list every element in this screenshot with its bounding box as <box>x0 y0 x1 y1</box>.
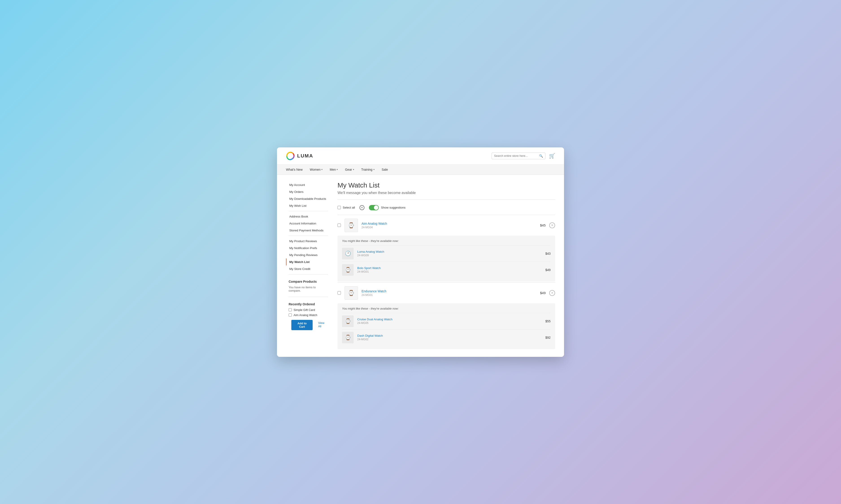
page-title: My Watch List <box>338 181 555 189</box>
suggestions-title-p2: You might like these - they're available… <box>342 307 551 310</box>
sidebar-address-section: Address Book Account Information Stored … <box>286 213 331 234</box>
suggestion-image-luma-analog: 🕐 <box>342 248 354 259</box>
sidebar-item-my-account[interactable]: My Account <box>286 181 331 188</box>
product-info-aim-analog: Aim Analog Watch 24-MG04 <box>361 222 529 229</box>
sidebar-item-my-orders[interactable]: My Orders <box>286 188 331 195</box>
nav-item-women[interactable]: Women ▾ <box>310 165 323 175</box>
suggestion-price-luma-analog: $43 <box>539 252 551 255</box>
cart-icon[interactable]: 🛒 <box>549 153 555 159</box>
main-content: My Account My Orders My Downloadable Pro… <box>277 175 564 357</box>
suggestion-info-dash-digital: Dash Digital Watch 24-MG02 <box>357 334 536 341</box>
recently-ordered-title: Recently Ordered <box>286 299 331 307</box>
suggestions-title-p1: You might like these - they're available… <box>342 239 551 242</box>
sidebar-item-store-credit[interactable]: My Store Credit <box>286 266 331 272</box>
suggestion-info-cruise-dual: Cruise Dual Analog Watch 24-MG05 <box>357 318 536 325</box>
sidebar-item-pending-reviews[interactable]: My Pending Reviews <box>286 252 331 258</box>
watch-list-main: My Watch List We'll message you when the… <box>338 181 555 350</box>
product-row-aim-analog: ⌚ Aim Analog Watch 24-MG04 $45 ✕ <box>338 215 555 236</box>
toggle-knob <box>374 205 378 210</box>
recent-item-gift-card: Simple Gift Card <box>286 307 331 312</box>
clear-button[interactable]: ✕ <box>360 205 364 210</box>
suggestion-image-bolo-sport: ⌚ <box>342 264 354 276</box>
product-sku-endurance: 24-MG01 <box>361 293 529 296</box>
page-subtitle: We'll message you when these become avai… <box>338 191 555 195</box>
sidebar-divider-2 <box>289 236 328 236</box>
chevron-down-icon: ▾ <box>337 168 338 171</box>
sidebar-item-account-info[interactable]: Account Information <box>286 220 331 227</box>
sidebar-account-section: My Account My Orders My Downloadable Pro… <box>286 181 331 209</box>
add-cart-row: Add to Cart View All <box>286 318 331 331</box>
suggestion-price-dash-digital: $92 <box>539 336 551 339</box>
browser-window: LUMA 🔍 🛒 What's New Women ▾ Men ▾ Gear ▾… <box>277 147 564 357</box>
product-checkbox-endurance[interactable] <box>338 291 341 294</box>
suggestion-price-cruise-dual: $55 <box>539 320 551 323</box>
add-to-cart-button[interactable]: Add to Cart <box>291 320 313 330</box>
select-all-label: Select all <box>343 206 355 209</box>
site-header: LUMA 🔍 🛒 <box>277 147 564 165</box>
recently-ordered-section: Recently Ordered Simple Gift Card Aim An… <box>286 299 331 331</box>
nav-item-sale[interactable]: Sale <box>382 165 388 175</box>
sidebar-item-wish-list[interactable]: My Wish List <box>286 202 331 209</box>
sidebar-divider-1 <box>289 211 328 211</box>
product-name-aim-analog[interactable]: Aim Analog Watch <box>361 222 529 226</box>
nav-item-men[interactable]: Men ▾ <box>330 165 338 175</box>
sidebar-reviews-section: My Product Reviews My Notification Prefs… <box>286 238 331 272</box>
suggestion-info-luma-analog: Luma Analog Watch 24-WG09 <box>357 250 536 257</box>
compare-products-text: You have no items to compare. <box>286 285 331 295</box>
suggestion-image-dash-digital: ⌚ <box>342 332 354 343</box>
site-nav: What's New Women ▾ Men ▾ Gear ▾ Training… <box>277 165 564 175</box>
sidebar-item-watch-list[interactable]: My Watch List <box>286 258 331 266</box>
suggestion-bolo-sport: ⌚ Bolo Sport Watch 24-WG01 $49 <box>342 262 551 278</box>
sidebar-divider-3 <box>289 274 328 274</box>
product-info-endurance: Endurance Watch 24-MG01 <box>361 289 529 296</box>
product-price-endurance: $49 <box>532 291 546 295</box>
show-suggestions-label: Show suggestions <box>381 206 406 209</box>
product-image-aim-analog: ⌚ <box>344 219 358 232</box>
select-all-wrap: Select all <box>338 206 355 209</box>
remove-button-endurance[interactable]: ✕ <box>549 290 555 296</box>
sidebar-item-notification-prefs[interactable]: My Notification Prefs <box>286 245 331 252</box>
product-row-endurance: ⌚ Endurance Watch 24-MG01 $49 ✕ <box>338 283 555 303</box>
nav-item-gear[interactable]: Gear ▾ <box>345 165 354 175</box>
sidebar: My Account My Orders My Downloadable Pro… <box>286 181 331 350</box>
product-image-endurance: ⌚ <box>344 286 358 300</box>
search-icon: 🔍 <box>539 154 543 158</box>
sidebar-item-downloadable[interactable]: My Downloadable Products <box>286 195 331 202</box>
select-all-checkbox[interactable] <box>338 206 341 209</box>
sidebar-divider-4 <box>289 297 328 297</box>
product-name-endurance[interactable]: Endurance Watch <box>361 289 529 293</box>
recent-checkbox-aim-watch[interactable] <box>289 313 292 317</box>
sidebar-item-product-reviews[interactable]: My Product Reviews <box>286 238 331 245</box>
sidebar-item-payment-methods[interactable]: Stored Payment Methods <box>286 227 331 234</box>
controls-row: Select all ✕ Show suggestions <box>338 205 555 210</box>
view-all-link[interactable]: View All <box>317 321 328 328</box>
suggestion-luma-analog: 🕐 Luma Analog Watch 24-WG09 $43 <box>342 245 551 262</box>
logo-text: LUMA <box>297 153 313 159</box>
recent-item-aim-watch-label: Aim Analog Watch <box>294 313 317 317</box>
suggestion-name-dash-digital[interactable]: Dash Digital Watch <box>357 334 536 337</box>
suggestions-panel-p1: You might like these - they're available… <box>338 236 555 282</box>
nav-item-training[interactable]: Training ▾ <box>361 165 375 175</box>
search-input[interactable] <box>494 154 537 158</box>
toggle-wrap: Show suggestions <box>369 205 406 210</box>
suggestion-sku-bolo-sport: 24-WG01 <box>357 270 536 273</box>
remove-button-aim-analog[interactable]: ✕ <box>549 222 555 228</box>
recent-checkbox-gift-card[interactable] <box>289 308 292 311</box>
recent-item-gift-card-label: Simple Gift Card <box>294 308 315 311</box>
suggestion-name-luma-analog[interactable]: Luma Analog Watch <box>357 250 536 253</box>
suggestion-price-bolo-sport: $49 <box>539 268 551 272</box>
product-checkbox-aim-analog[interactable] <box>338 223 341 227</box>
suggestion-sku-cruise-dual: 24-MG05 <box>357 321 536 325</box>
suggestion-name-cruise-dual[interactable]: Cruise Dual Analog Watch <box>357 318 536 321</box>
nav-item-whats-new[interactable]: What's New <box>286 165 303 175</box>
suggestion-image-cruise-dual: ⌚ <box>342 316 354 327</box>
show-suggestions-toggle[interactable] <box>369 205 379 210</box>
luma-logo-icon <box>286 151 295 160</box>
compare-products-section: Compare Products You have no items to co… <box>286 276 331 295</box>
search-bar[interactable]: 🔍 <box>492 152 545 159</box>
suggestion-sku-luma-analog: 24-WG09 <box>357 254 536 257</box>
suggestion-name-bolo-sport[interactable]: Bolo Sport Watch <box>357 266 536 270</box>
sidebar-item-address-book[interactable]: Address Book <box>286 213 331 220</box>
suggestion-info-bolo-sport: Bolo Sport Watch 24-WG01 <box>357 266 536 273</box>
chevron-down-icon: ▾ <box>321 168 323 171</box>
